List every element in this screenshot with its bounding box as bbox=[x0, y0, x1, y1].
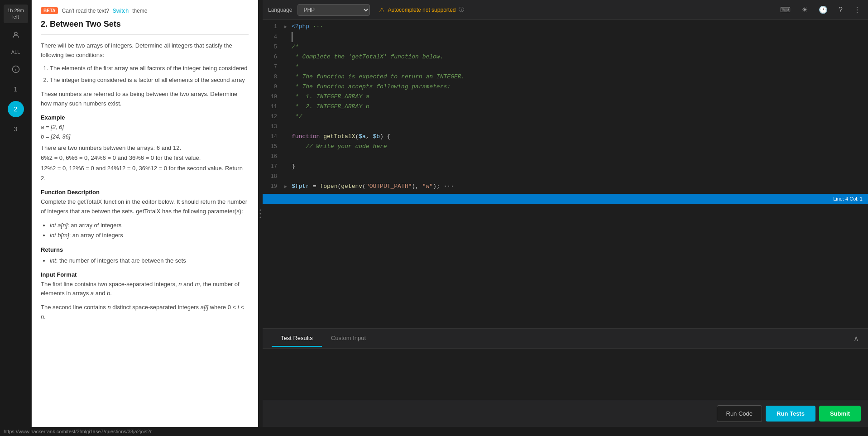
code-lines: 1 ▶ <?php ··· 4 5 /* 6 * Co bbox=[263, 20, 868, 194]
line-col-indicator: Line: 4 Col: 1 bbox=[833, 196, 863, 201]
svg-point-4 bbox=[260, 209, 261, 211]
editor-area: Language PHP Python Java C++ JavaScript … bbox=[263, 0, 868, 427]
autocomplete-warning: ⚠ Autocomplete not supported ⓘ bbox=[379, 6, 464, 14]
input-format-2: The second line contains n distinct spac… bbox=[41, 303, 249, 322]
problem-title: 2. Between Two Sets bbox=[41, 19, 249, 35]
code-line-8: 8 * The function is expected to return a… bbox=[263, 72, 868, 82]
editor-toolbar: Language PHP Python Java C++ JavaScript … bbox=[263, 0, 868, 20]
autocomplete-info-icon[interactable]: ⓘ bbox=[459, 6, 464, 14]
resize-handle[interactable] bbox=[258, 0, 263, 427]
history-icon-btn[interactable]: 🕐 bbox=[817, 4, 830, 16]
status-bar: Line: 4 Col: 1 bbox=[263, 194, 868, 204]
condition-1: The elements of the first array are all … bbox=[50, 64, 249, 73]
sidebar-item-1[interactable]: 1 bbox=[8, 81, 24, 97]
svg-point-0 bbox=[14, 32, 17, 35]
param-a: int a[n]: an array of integers bbox=[50, 220, 249, 230]
code-line-7: 7 * bbox=[263, 62, 868, 72]
code-editor[interactable]: 1 ▶ <?php ··· 4 5 /* 6 * Co bbox=[263, 20, 868, 328]
example-label: Example bbox=[41, 114, 249, 121]
example-description: There are two numbers between the arrays… bbox=[41, 143, 249, 183]
bottom-content bbox=[263, 349, 868, 400]
function-desc-label: Function Description bbox=[41, 189, 249, 196]
code-line-15: 15 // Write your code here bbox=[263, 142, 868, 152]
beta-banner: BETA Can't read the text? Switch theme bbox=[41, 7, 249, 14]
input-format-1: The first line contains two space-separa… bbox=[41, 280, 249, 299]
problem-description: There will be two arrays of integers. De… bbox=[41, 41, 249, 109]
run-tests-button[interactable]: Run Tests bbox=[766, 406, 815, 422]
timer: 1h 29mleft bbox=[4, 5, 28, 23]
code-line-19: 19 ▶ $fptr = fopen(getenv("OUTPUT_PATH")… bbox=[263, 182, 868, 192]
sidebar-item-3[interactable]: 3 bbox=[8, 121, 24, 137]
code-line-16: 16 bbox=[263, 152, 868, 162]
language-select[interactable]: PHP Python Java C++ JavaScript bbox=[297, 4, 370, 16]
code-line-5: 5 /* bbox=[263, 42, 868, 52]
code-line-17: 17 } bbox=[263, 162, 868, 172]
help-icon-btn[interactable]: ? bbox=[837, 4, 844, 16]
code-line-18: 18 bbox=[263, 172, 868, 182]
returns-list: int: the number of integers that are bet… bbox=[41, 256, 249, 266]
sidebar-item-2[interactable]: 2 bbox=[8, 101, 24, 117]
conditions-list: The elements of the first array are all … bbox=[41, 64, 249, 86]
example-vars: a = [2, 6] b = [24, 36] bbox=[41, 123, 249, 142]
theme-label: theme bbox=[132, 8, 147, 14]
problem-panel: BETA Can't read the text? Switch theme 2… bbox=[32, 0, 258, 427]
tab-test-results[interactable]: Test Results bbox=[272, 330, 322, 347]
input-format-label: Input Format bbox=[41, 271, 249, 278]
theme-icon-btn[interactable]: ☀ bbox=[800, 4, 810, 16]
code-line-4: 4 bbox=[263, 32, 868, 42]
code-line-12: 12 */ bbox=[263, 112, 868, 122]
code-line-1: 1 ▶ <?php ··· bbox=[263, 22, 868, 32]
returns-label: Returns bbox=[41, 246, 249, 253]
run-code-button[interactable]: Run Code bbox=[717, 405, 762, 422]
action-bar: Run Code Run Tests Submit bbox=[263, 400, 868, 427]
sidebar: 1h 29mleft ALL 1 2 3 bbox=[0, 0, 32, 427]
returns-item: int: the number of integers that are bet… bbox=[50, 256, 249, 266]
code-line-10: 10 * 1. INTEGER_ARRAY a bbox=[263, 92, 868, 102]
toolbar-right: ⌨ ☀ 🕐 ? ⋮ bbox=[778, 4, 863, 16]
more-icon-btn[interactable]: ⋮ bbox=[852, 4, 863, 16]
code-line-11: 11 * 2. INTEGER_ARRAY b bbox=[263, 102, 868, 112]
beta-tag: BETA bbox=[41, 7, 58, 14]
code-line-14: 14 function getTotalX($a, $b) { bbox=[263, 132, 868, 142]
url-text: https://www.hackerrank.com/test/3fmlgi1a… bbox=[4, 429, 152, 434]
bottom-tabs: Test Results Custom Input ∧ bbox=[263, 329, 868, 349]
sidebar-icon-info[interactable] bbox=[8, 61, 24, 77]
beta-text: Can't read the text? bbox=[62, 8, 109, 14]
tab-custom-input[interactable]: Custom Input bbox=[322, 330, 375, 347]
params-list: int a[n]: an array of integers int b[m]:… bbox=[41, 220, 249, 240]
language-label: Language bbox=[268, 7, 292, 13]
url-bar: https://www.hackerrank.com/test/3fmlgi1a… bbox=[0, 427, 868, 436]
scroll-up-btn[interactable]: ∧ bbox=[854, 334, 859, 343]
svg-point-6 bbox=[260, 216, 261, 218]
bottom-panel: Test Results Custom Input ∧ Run Code Run… bbox=[263, 328, 868, 427]
svg-point-5 bbox=[260, 213, 261, 214]
code-line-13: 13 bbox=[263, 122, 868, 132]
code-line-9: 9 * The function accepts following param… bbox=[263, 82, 868, 92]
switch-theme-link[interactable]: Switch bbox=[113, 8, 129, 14]
warning-icon: ⚠ bbox=[379, 6, 385, 14]
sidebar-icon-profile[interactable] bbox=[8, 27, 24, 43]
function-description: Complete the getTotalX function in the e… bbox=[41, 197, 249, 216]
keyboard-icon-btn[interactable]: ⌨ bbox=[778, 4, 792, 16]
condition-2: The integer being considered is a factor… bbox=[50, 76, 249, 85]
sidebar-label-all[interactable]: ALL bbox=[8, 47, 24, 57]
submit-button[interactable]: Submit bbox=[819, 406, 861, 422]
autocomplete-warn-text: Autocomplete not supported bbox=[388, 7, 456, 13]
param-b: int b[m]: an array of integers bbox=[50, 230, 249, 240]
code-line-6: 6 * Complete the 'getTotalX' function be… bbox=[263, 52, 868, 62]
